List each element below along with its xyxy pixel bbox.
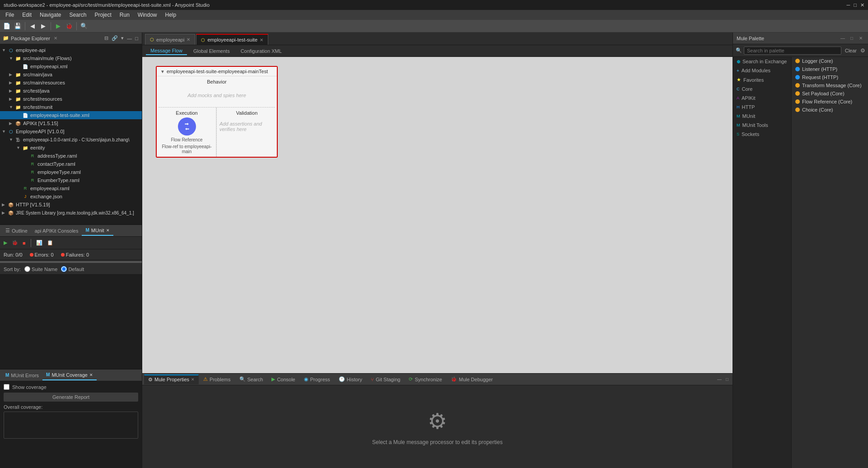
- validation-area[interactable]: Add assertions and verifies here: [219, 117, 274, 136]
- tab-munit-coverage[interactable]: M MUnit Coverage ✕: [42, 370, 97, 380]
- title-controls[interactable]: ─ □ ✕: [847, 2, 864, 8]
- munit-report-btn[interactable]: 📋: [46, 239, 54, 246]
- munit-run-btn[interactable]: ▶: [3, 239, 8, 246]
- tree-item-addressType[interactable]: R addressType.raml: [0, 152, 142, 160]
- bottom-maximize-btn[interactable]: □: [723, 376, 731, 383]
- tree-item-src-main-mule[interactable]: ▼ 📁 src/main/mule (Flows): [0, 54, 142, 62]
- palette-item-flow-reference[interactable]: Flow Reference (Core): [792, 98, 868, 106]
- tab-employeeapi[interactable]: ⬡ employeeapi ✕: [145, 34, 195, 45]
- panel-menu-btn[interactable]: ▾: [120, 35, 125, 42]
- tab-mule-debugger[interactable]: 🐞 Mule Debugger: [447, 374, 497, 384]
- menu-window[interactable]: Window: [134, 11, 161, 19]
- tree-item-http-lib[interactable]: ▶ 📦 HTTP [V1.5.19]: [0, 201, 142, 209]
- tree-item-apikit[interactable]: ▶ 📦 APIKit [V1.5.15]: [0, 119, 142, 127]
- tab-search[interactable]: 🔍 Search: [235, 374, 267, 384]
- palette-search-input[interactable]: [744, 47, 841, 55]
- tab-message-flow[interactable]: Message Flow: [146, 47, 187, 55]
- tree-item-eentity[interactable]: ▼ 📁 eentity: [0, 144, 142, 152]
- toolbar-search[interactable]: 🔍: [79, 21, 89, 31]
- behavior-area[interactable]: Add mocks and spies here: [160, 86, 273, 104]
- palette-section-core[interactable]: C Core: [733, 84, 791, 94]
- palette-settings-btn[interactable]: ⚙: [860, 47, 865, 54]
- show-coverage-checkbox[interactable]: [4, 384, 9, 390]
- tree-item-contactType[interactable]: R contactType.raml: [0, 160, 142, 168]
- menu-help[interactable]: Help: [162, 11, 180, 19]
- tab-mule-properties[interactable]: ⚙ Mule Properties ✕: [144, 374, 199, 384]
- palette-item-set-payload[interactable]: Set Payload (Core): [792, 89, 868, 98]
- menu-run[interactable]: Run: [116, 11, 133, 19]
- tree-item-employeeType[interactable]: R employeeType.raml: [0, 168, 142, 176]
- tree-item-src-main-java[interactable]: ▶ 📁 src/main/java: [0, 70, 142, 79]
- toolbar-debug[interactable]: 🐞: [64, 21, 74, 31]
- mule-properties-close[interactable]: ✕: [191, 377, 195, 382]
- link-editor-btn[interactable]: 🔗: [111, 35, 119, 42]
- palette-item-transform[interactable]: Transform Message (Core): [792, 81, 868, 89]
- palette-section-favorites[interactable]: ★ Favorites: [733, 75, 791, 84]
- palette-section-add-modules[interactable]: + Add Modules: [733, 66, 791, 75]
- minimize-btn[interactable]: ─: [847, 2, 850, 8]
- tree-item-src-test-munit[interactable]: ▼ 📁 src/test/munit: [0, 103, 142, 111]
- generate-report-btn[interactable]: Generate Report: [4, 393, 138, 402]
- palette-section-apikit[interactable]: A APIKit: [733, 94, 791, 103]
- menu-search[interactable]: Search: [65, 11, 90, 19]
- palette-section-munit-tools[interactable]: M MUnit Tools: [733, 121, 791, 130]
- tab-problems[interactable]: ⚠ Problems: [199, 374, 234, 384]
- package-explorer-close[interactable]: ✕: [54, 36, 57, 41]
- tab-close-employeeapi[interactable]: ✕: [187, 37, 190, 42]
- palette-section-munit[interactable]: M MUnit: [733, 112, 791, 121]
- flow-reference-node[interactable]: Flow Reference Flow-ref to employeeapi-m…: [159, 117, 214, 154]
- tab-outline[interactable]: ☰ Outline: [2, 226, 31, 236]
- tab-console[interactable]: ▶ Console: [267, 374, 299, 384]
- toolbar-forward[interactable]: ▶: [38, 21, 48, 31]
- tree-item-raml-zip[interactable]: ▼ 🗜 employeeapi-1.0.0-raml.zip - C:\User…: [0, 136, 142, 144]
- tab-configuration-xml[interactable]: Configuration XML: [236, 47, 286, 55]
- tree-item-src-test-resources[interactable]: ▶ 📁 src/test/resources: [0, 95, 142, 103]
- tab-history[interactable]: 🕐 History: [335, 374, 366, 384]
- maximize-btn[interactable]: □: [854, 2, 857, 8]
- toolbar-new[interactable]: 📄: [2, 21, 12, 31]
- palette-section-sockets[interactable]: S Sockets: [733, 130, 791, 139]
- tree-item-EnumberType[interactable]: R EnumberType.raml: [0, 176, 142, 184]
- coverage-tab-close[interactable]: ✕: [89, 373, 93, 377]
- tab-synchronize[interactable]: ⟳ Synchronize: [405, 374, 446, 384]
- palette-item-request[interactable]: Request (HTTP): [792, 73, 868, 81]
- munit-stop-btn[interactable]: ■: [22, 240, 27, 246]
- tree-item-test-suite[interactable]: 📄 employeeapi-test-suite.xml: [0, 111, 142, 119]
- tree-item-employeeapi-v1[interactable]: ▼ ⬡ EmployeeAPI [V1.0.0]: [0, 127, 142, 136]
- collapse-all-btn[interactable]: ⊟: [103, 35, 109, 42]
- close-btn[interactable]: ✕: [860, 2, 864, 8]
- palette-item-logger[interactable]: Logger (Core): [792, 57, 868, 65]
- munit-tab-close[interactable]: ✕: [106, 228, 110, 233]
- tree-item-employeeapi-raml[interactable]: R employeeapi.raml: [0, 184, 142, 192]
- toolbar-back[interactable]: ◀: [28, 21, 37, 31]
- maximize-panel-btn[interactable]: □: [134, 35, 139, 42]
- menu-project[interactable]: Project: [91, 11, 115, 19]
- palette-item-choice[interactable]: Choice (Core): [792, 106, 868, 114]
- palette-item-listener[interactable]: Listener (HTTP): [792, 65, 868, 73]
- munit-coverage-btn[interactable]: 📊: [35, 239, 43, 246]
- palette-section-search-exchange[interactable]: ⊕ Search in Exchange: [733, 57, 791, 66]
- tab-munit[interactable]: M MUnit ✕: [82, 226, 113, 236]
- palette-close-btn[interactable]: ✕: [857, 35, 864, 42]
- menu-edit[interactable]: Edit: [19, 11, 35, 19]
- toolbar-run[interactable]: ▶: [53, 21, 63, 31]
- execution-area[interactable]: Flow Reference Flow-ref to employeeapi-m…: [159, 117, 214, 154]
- tree-item-employee-api[interactable]: ▼ ⬡ employee-api: [0, 46, 142, 54]
- tab-test-suite[interactable]: ⬡ employeeapi-test-suite ✕: [196, 34, 268, 45]
- tab-progress[interactable]: ◉ Progress: [300, 374, 334, 384]
- tree-item-src-main-resources[interactable]: ▶ 📁 src/main/resources: [0, 79, 142, 87]
- palette-maximize-btn[interactable]: □: [848, 35, 855, 42]
- toolbar-save[interactable]: 💾: [13, 21, 23, 31]
- tree-item-employeeapi-xml[interactable]: 📄 employeeapi.xml: [0, 62, 142, 70]
- tree-item-src-test-java[interactable]: ▶ 📁 src/test/java: [0, 87, 142, 95]
- tree-item-jre-lib[interactable]: ▶ 📦 JRE System Library [org.mule.tooling…: [0, 209, 142, 217]
- tab-git-staging[interactable]: ⑂ Git Staging: [367, 374, 404, 384]
- palette-minimize-btn[interactable]: —: [839, 35, 846, 42]
- palette-section-http[interactable]: H HTTP: [733, 103, 791, 112]
- palette-clear-btn[interactable]: Clear: [843, 47, 859, 54]
- menu-file[interactable]: File: [2, 11, 18, 19]
- flow-collapse-btn[interactable]: ▼: [160, 69, 165, 74]
- sort-suite-name[interactable]: Suite Name: [24, 266, 57, 272]
- tab-global-elements[interactable]: Global Elements: [189, 47, 234, 55]
- tree-item-exchange-json[interactable]: J exchange.json: [0, 192, 142, 201]
